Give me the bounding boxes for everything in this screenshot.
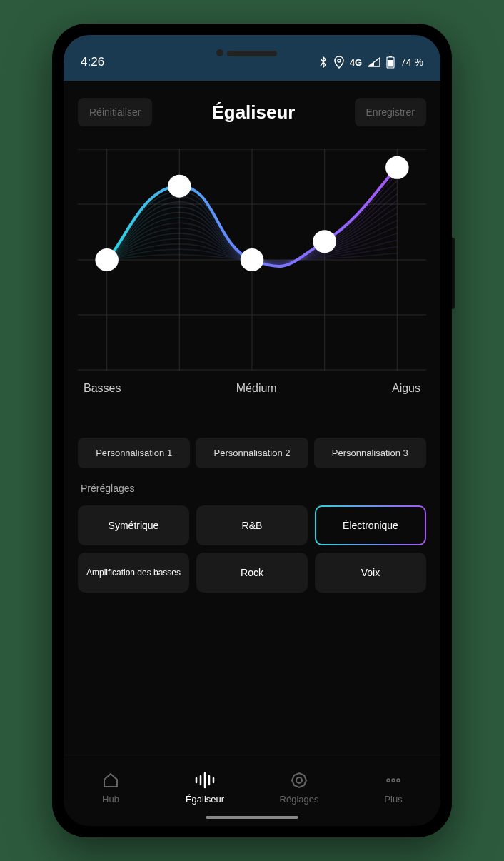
nav-eq[interactable]: Égaliseur — [169, 771, 241, 805]
front-camera — [216, 49, 223, 56]
battery-icon — [386, 56, 395, 69]
battery-percent: 74 % — [400, 56, 423, 68]
phone-frame: 4:26 4G 74 % Réinitial — [52, 24, 452, 837]
svg-point-23 — [397, 779, 400, 782]
preset-rnb[interactable]: R&B — [196, 505, 308, 545]
eq-knob-0[interactable] — [95, 248, 119, 271]
app-content: Réinitialiser Égaliseur Enregistrer — [64, 81, 440, 755]
header-row: Réinitialiser Égaliseur Enregistrer — [78, 98, 426, 126]
bluetooth-icon — [318, 56, 328, 69]
axis-low: Basses — [84, 382, 121, 395]
eq-chart[interactable] — [78, 149, 426, 371]
preset-bass-boost[interactable]: Amplification des basses — [78, 553, 189, 593]
network-type: 4G — [350, 57, 362, 68]
preset-electronic[interactable]: Électronique — [315, 505, 426, 545]
eq-knob-4[interactable] — [385, 156, 409, 179]
preset-symmetric[interactable]: Symétrique — [78, 505, 189, 545]
svg-marker-19 — [292, 773, 306, 787]
nav-hub[interactable]: Hub — [75, 771, 146, 805]
status-icons: 4G 74 % — [318, 56, 423, 69]
eq-knob-1[interactable] — [168, 175, 191, 198]
preset-voice[interactable]: Voix — [315, 553, 426, 593]
nav-eq-label: Égaliseur — [186, 794, 224, 805]
preset-grid: Symétrique R&B Électronique Amplificatio… — [78, 505, 426, 593]
svg-point-22 — [392, 779, 395, 782]
status-time: 4:26 — [81, 55, 104, 69]
status-bar: 4:26 4G 74 % — [64, 35, 440, 81]
svg-rect-3 — [388, 60, 393, 67]
presets-section-label: Préréglages — [81, 483, 426, 494]
screen: 4:26 4G 74 % Réinitial — [64, 35, 440, 826]
gear-icon — [290, 771, 308, 790]
custom-presets-row: Personnalisation 1 Personnalisation 2 Pe… — [78, 438, 426, 468]
nav-settings-label: Réglages — [280, 794, 319, 805]
equalizer-icon — [193, 771, 216, 790]
more-icon — [384, 771, 403, 790]
location-icon — [334, 56, 344, 69]
home-icon — [101, 771, 120, 790]
preset-rock[interactable]: Rock — [196, 553, 308, 593]
nav-more[interactable]: Plus — [358, 771, 429, 805]
speaker-notch — [227, 51, 277, 56]
eq-knob-3[interactable] — [313, 230, 336, 253]
bottom-nav: Hub Égaliseur Réglages Plus — [64, 755, 440, 826]
custom-preset-1[interactable]: Personnalisation 1 — [78, 438, 190, 468]
svg-rect-2 — [389, 56, 392, 57]
nav-hub-label: Hub — [102, 794, 119, 805]
axis-mid: Médium — [236, 382, 277, 395]
custom-preset-3[interactable]: Personnalisation 3 — [314, 438, 426, 468]
reset-button[interactable]: Réinitialiser — [78, 98, 152, 126]
axis-high: Aigus — [392, 382, 420, 395]
phone-side-button — [452, 238, 455, 309]
save-button[interactable]: Enregistrer — [355, 98, 426, 126]
eq-axis-labels: Basses Médium Aigus — [78, 382, 426, 395]
nav-settings[interactable]: Réglages — [263, 771, 335, 805]
svg-point-0 — [338, 59, 341, 62]
eq-knob-2[interactable] — [241, 248, 264, 271]
home-indicator[interactable] — [206, 816, 298, 819]
svg-point-20 — [296, 777, 302, 783]
signal-icon — [368, 57, 380, 67]
nav-more-label: Plus — [384, 794, 402, 805]
page-title: Égaliseur — [211, 101, 295, 124]
svg-point-21 — [387, 779, 390, 782]
custom-preset-2[interactable]: Personnalisation 2 — [196, 438, 308, 468]
